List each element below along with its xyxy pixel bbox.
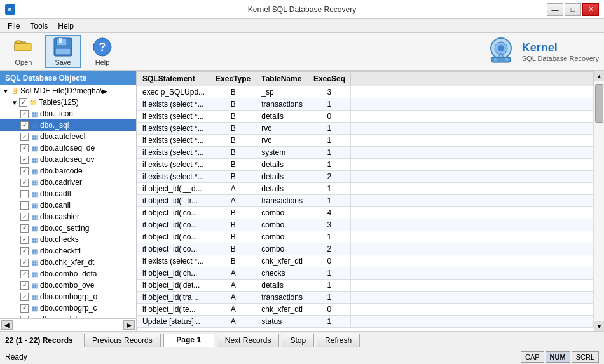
sidebar-item-canii[interactable]: ▦ dbo.canii — [0, 199, 136, 211]
cb-3[interactable] — [20, 144, 29, 152]
table-row[interactable]: if object_id('co... B combo 1 — [137, 231, 594, 243]
sidebar-item-autoseq-de[interactable]: ▦ dbo.autoseq_de — [0, 142, 136, 154]
sidebar-item-combogrp-o[interactable]: ▦ dbo.combogrp_o — [0, 291, 136, 302]
col-exec-seq[interactable]: ExecSeq — [308, 72, 350, 86]
cb-15[interactable] — [20, 281, 29, 290]
cb-7[interactable] — [20, 190, 29, 198]
cb-5[interactable] — [20, 167, 29, 175]
sidebar-content[interactable]: ▼ 🗄 Sql MDF File(D:\megha\ ▶ ▼ 📁 Tables(… — [0, 85, 136, 318]
cb-16[interactable] — [20, 293, 29, 301]
table-row[interactable]: if exists (select *... B rvc 1 — [137, 135, 594, 147]
item-label-0: dbo._icon — [40, 109, 73, 118]
sidebar-item-condslu[interactable]: ▦ dbo.condslu — [0, 314, 136, 318]
table-row[interactable]: exec p_SQLUpd... B _sp 3 — [137, 86, 594, 98]
cb-14[interactable] — [20, 270, 29, 278]
table-row[interactable]: if object_id('__d... A details 1 — [137, 183, 594, 195]
cell-sql-15: if object_id('ch... — [137, 267, 210, 280]
table-row[interactable]: if exists (select *... B details 0 — [137, 111, 594, 123]
sidebar-item-combo-deta[interactable]: ▦ dbo.combo_deta — [0, 268, 136, 280]
save-button[interactable]: Save — [45, 35, 81, 68]
prev-records-button[interactable]: Previous Records — [84, 334, 161, 347]
table-row[interactable]: if exists (select *... B rvc 1 — [137, 123, 594, 135]
table-inner[interactable]: SQLStatement ExecType TableName ExecSeq … — [137, 71, 594, 331]
table-row[interactable]: if object_id('co... B combo 3 — [137, 219, 594, 231]
sidebar-item-combogrp-c[interactable]: ▦ dbo.combogrp_c — [0, 302, 136, 314]
close-button[interactable]: ✕ — [582, 3, 599, 16]
sidebar-item-dbo-icon[interactable]: ▦ dbo._icon — [0, 108, 136, 119]
tables-folder[interactable]: ▼ 📁 Tables(125) — [0, 97, 136, 108]
scrollbar-thumb[interactable] — [595, 84, 603, 123]
sidebar-item-dbo-sql[interactable]: ▦ dbo._sql — [0, 119, 136, 131]
table-row[interactable]: if object_id('te... A chk_xfer_dtl 0 — [137, 304, 594, 316]
item-label-11: dbo.checks — [40, 235, 79, 244]
cell-exec-type-18: A — [210, 304, 256, 316]
col-exec-type[interactable]: ExecType — [210, 72, 256, 86]
col-sql-statement[interactable]: SQLStatement — [137, 72, 210, 86]
sidebar-item-checkttl[interactable]: ▦ dbo.checkttl — [0, 245, 136, 257]
sidebar-item-combo-ove[interactable]: ▦ dbo.combo_ove — [0, 280, 136, 291]
table-row[interactable]: if object_id('co... B combo 4 — [137, 207, 594, 219]
table-row[interactable]: if object_id('_tr... A transactions 1 — [137, 195, 594, 207]
cb-13[interactable] — [20, 259, 29, 267]
table-row[interactable]: if exists (select *... B chk_xfer_dtl 0 — [137, 255, 594, 267]
menu-help[interactable]: Help — [53, 20, 79, 32]
open-button[interactable]: Open — [5, 35, 42, 68]
menu-tools[interactable]: Tools — [25, 20, 53, 32]
svg-point-11 — [498, 45, 504, 51]
help-button[interactable]: ? Help — [84, 35, 121, 68]
table-row[interactable]: Update [status]... A status 1 — [137, 316, 594, 328]
menu-file[interactable]: File — [3, 20, 25, 32]
sidebar-item-cadriver[interactable]: ▦ dbo.cadriver — [0, 177, 136, 188]
cb-12[interactable] — [20, 247, 29, 255]
cb-2[interactable] — [20, 133, 29, 141]
tree-root[interactable]: ▼ 🗄 Sql MDF File(D:\megha\ ▶ — [0, 85, 136, 97]
cell-extra-8 — [350, 183, 593, 195]
cb-8[interactable] — [20, 201, 29, 210]
scroll-right-indicator[interactable]: ▶ — [102, 88, 107, 95]
root-toggle[interactable]: ▼ — [1, 86, 10, 95]
sidebar-item-barcode[interactable]: ▦ dbo.barcode — [0, 165, 136, 177]
cb-6[interactable] — [20, 179, 29, 187]
table-row[interactable]: if object_id('tra... A transactions 1 — [137, 292, 594, 304]
table-row[interactable]: if exists (select *... B system 1 — [137, 147, 594, 159]
scroll-down-arrow[interactable]: ▼ — [594, 321, 604, 331]
sidebar-item-checks[interactable]: ▦ dbo.checks — [0, 234, 136, 245]
refresh-button[interactable]: Refresh — [317, 334, 360, 347]
next-records-button[interactable]: Next Records — [217, 334, 280, 347]
sidebar-scroll-right[interactable]: ▶ — [123, 320, 135, 330]
table-row[interactable]: if exists (select *... B transactions 1 — [137, 98, 594, 111]
sidebar-item-cadtl[interactable]: ▦ dbo.cadtl — [0, 188, 136, 199]
sidebar-item-cashier[interactable]: ▦ dbo.cashier — [0, 211, 136, 222]
cb-0[interactable] — [20, 110, 29, 118]
cell-sql-7: if exists (select *... — [137, 171, 210, 183]
right-scrollbar[interactable]: ▲ ▼ — [594, 71, 604, 331]
sidebar-item-chk-xfer-dt[interactable]: ▦ dbo.chk_xfer_dt — [0, 257, 136, 268]
cell-table-name-2: details — [256, 111, 308, 123]
maximize-button[interactable]: □ — [565, 3, 581, 16]
scroll-up-arrow[interactable]: ▲ — [594, 71, 604, 81]
stop-button[interactable]: Stop — [282, 334, 314, 347]
tables-toggle[interactable]: ▼ — [10, 98, 19, 107]
cb-10[interactable] — [20, 224, 29, 233]
cb-1[interactable] — [20, 121, 29, 130]
table-row[interactable]: if exists (select *... B details 2 — [137, 171, 594, 183]
cb-4[interactable] — [20, 156, 29, 164]
tables-checkbox[interactable] — [19, 98, 27, 107]
sidebar-scroll-left[interactable]: ◀ — [1, 320, 13, 330]
col-table-name[interactable]: TableName — [256, 72, 308, 86]
minimize-button[interactable]: — — [547, 3, 563, 16]
cb-11[interactable] — [20, 236, 29, 244]
sidebar-item-cc-setting[interactable]: ▦ dbo.cc_setting — [0, 222, 136, 234]
scrollbar-track[interactable] — [594, 81, 604, 321]
cb-9[interactable] — [20, 213, 29, 221]
table-row[interactable]: if object_id('det... A details 1 — [137, 280, 594, 292]
cell-exec-seq-18: 0 — [308, 304, 350, 316]
table-row[interactable]: if object_id('ch... A checks 1 — [137, 267, 594, 280]
table-row[interactable]: if exists (select *... B details 1 — [137, 159, 594, 171]
sidebar-item-autoseq-ov[interactable]: ▦ dbo.autoseq_ov — [0, 154, 136, 165]
table-row[interactable]: if object_id('co... B combo 2 — [137, 243, 594, 255]
sidebar-item-autolevel[interactable]: ▦ dbo.autolevel — [0, 131, 136, 142]
cb-17[interactable] — [20, 304, 29, 313]
window-controls: — □ ✕ — [547, 3, 599, 16]
table-icon-4: ▦ — [30, 155, 39, 164]
